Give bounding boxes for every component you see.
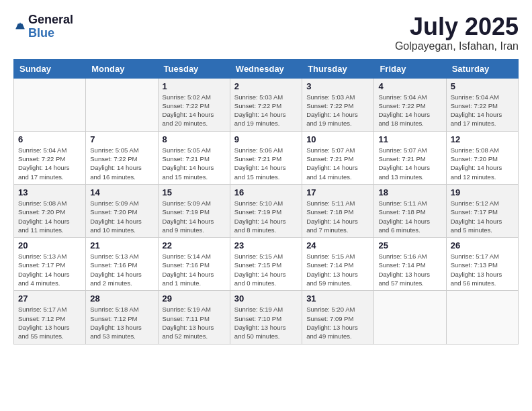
day-info: Sunrise: 5:15 AMSunset: 7:15 PMDaylight:…	[234, 252, 298, 287]
day-number: 27	[18, 293, 81, 304]
day-number: 24	[306, 240, 369, 250]
day-number: 26	[451, 240, 514, 250]
day-number: 29	[163, 293, 226, 304]
calendar-cell: 5Sunrise: 5:04 AMSunset: 7:22 PMDaylight…	[446, 78, 518, 131]
calendar-cell	[374, 291, 446, 344]
day-info: Sunrise: 5:04 AMSunset: 7:22 PMDaylight:…	[18, 146, 81, 181]
logo: General Blue	[13, 13, 73, 40]
calendar-table: SundayMondayTuesdayWednesdayThursdayFrid…	[13, 59, 519, 345]
calendar-cell: 2Sunrise: 5:03 AMSunset: 7:22 PMDaylight…	[230, 78, 302, 131]
day-number: 8	[163, 134, 226, 144]
calendar-cell: 11Sunrise: 5:07 AMSunset: 7:21 PMDayligh…	[374, 131, 446, 184]
calendar-cell: 14Sunrise: 5:09 AMSunset: 7:20 PMDayligh…	[86, 184, 158, 237]
day-info: Sunrise: 5:08 AMSunset: 7:20 PMDaylight:…	[451, 146, 514, 181]
calendar-cell: 22Sunrise: 5:14 AMSunset: 7:16 PMDayligh…	[158, 238, 230, 291]
calendar-cell: 27Sunrise: 5:17 AMSunset: 7:12 PMDayligh…	[14, 291, 86, 344]
calendar-cell: 25Sunrise: 5:16 AMSunset: 7:14 PMDayligh…	[374, 238, 446, 291]
calendar-header-row: SundayMondayTuesdayWednesdayThursdayFrid…	[14, 59, 519, 78]
day-number: 20	[18, 240, 81, 250]
day-info: Sunrise: 5:19 AMSunset: 7:10 PMDaylight:…	[234, 305, 298, 340]
day-info: Sunrise: 5:05 AMSunset: 7:22 PMDaylight:…	[90, 146, 153, 181]
weekday-header: Tuesday	[158, 59, 230, 78]
day-number: 23	[234, 240, 298, 250]
calendar-cell: 20Sunrise: 5:13 AMSunset: 7:17 PMDayligh…	[14, 238, 86, 291]
day-info: Sunrise: 5:09 AMSunset: 7:20 PMDaylight:…	[90, 199, 153, 234]
day-number: 14	[90, 187, 153, 197]
day-number: 1	[163, 81, 226, 91]
day-number: 28	[90, 293, 153, 304]
day-number: 7	[90, 134, 153, 144]
day-number: 11	[378, 134, 441, 144]
calendar-cell: 9Sunrise: 5:06 AMSunset: 7:21 PMDaylight…	[230, 131, 302, 184]
day-info: Sunrise: 5:12 AMSunset: 7:17 PMDaylight:…	[451, 199, 514, 234]
day-number: 9	[234, 134, 298, 144]
day-info: Sunrise: 5:13 AMSunset: 7:16 PMDaylight:…	[90, 252, 153, 287]
day-number: 21	[90, 240, 153, 250]
day-info: Sunrise: 5:11 AMSunset: 7:18 PMDaylight:…	[378, 199, 441, 234]
calendar-cell: 7Sunrise: 5:05 AMSunset: 7:22 PMDaylight…	[86, 131, 158, 184]
calendar-cell	[446, 291, 518, 344]
calendar-cell: 4Sunrise: 5:04 AMSunset: 7:22 PMDaylight…	[374, 78, 446, 131]
day-number: 18	[378, 187, 441, 197]
calendar-cell: 15Sunrise: 5:09 AMSunset: 7:19 PMDayligh…	[158, 184, 230, 237]
logo-general: General	[28, 13, 73, 27]
day-info: Sunrise: 5:16 AMSunset: 7:14 PMDaylight:…	[378, 252, 441, 287]
title-block: July 2025 Golpayegan, Isfahan, Iran	[395, 13, 519, 52]
day-number: 30	[234, 293, 298, 304]
calendar-cell	[86, 78, 158, 131]
day-info: Sunrise: 5:13 AMSunset: 7:17 PMDaylight:…	[18, 252, 81, 287]
day-info: Sunrise: 5:19 AMSunset: 7:11 PMDaylight:…	[163, 305, 226, 340]
day-info: Sunrise: 5:04 AMSunset: 7:22 PMDaylight:…	[451, 93, 514, 128]
page-header: General Blue July 2025 Golpayegan, Isfah…	[13, 13, 519, 52]
day-number: 6	[18, 134, 81, 144]
calendar-cell: 3Sunrise: 5:03 AMSunset: 7:22 PMDaylight…	[302, 78, 374, 131]
day-info: Sunrise: 5:09 AMSunset: 7:19 PMDaylight:…	[163, 199, 226, 234]
day-number: 13	[18, 187, 81, 197]
day-number: 15	[163, 187, 226, 197]
logo-icon	[13, 20, 27, 34]
day-info: Sunrise: 5:18 AMSunset: 7:12 PMDaylight:…	[90, 305, 153, 340]
calendar-cell: 24Sunrise: 5:15 AMSunset: 7:14 PMDayligh…	[302, 238, 374, 291]
calendar-cell: 31Sunrise: 5:20 AMSunset: 7:09 PMDayligh…	[302, 291, 374, 344]
calendar-cell: 18Sunrise: 5:11 AMSunset: 7:18 PMDayligh…	[374, 184, 446, 237]
day-number: 2	[234, 81, 298, 91]
weekday-header: Friday	[374, 59, 446, 78]
calendar-cell: 1Sunrise: 5:02 AMSunset: 7:22 PMDaylight…	[158, 78, 230, 131]
day-info: Sunrise: 5:20 AMSunset: 7:09 PMDaylight:…	[306, 305, 369, 340]
logo-text: General Blue	[28, 13, 73, 40]
calendar-week-row: 27Sunrise: 5:17 AMSunset: 7:12 PMDayligh…	[14, 291, 519, 344]
day-info: Sunrise: 5:08 AMSunset: 7:20 PMDaylight:…	[18, 199, 81, 234]
calendar-cell: 21Sunrise: 5:13 AMSunset: 7:16 PMDayligh…	[86, 238, 158, 291]
calendar-cell: 26Sunrise: 5:17 AMSunset: 7:13 PMDayligh…	[446, 238, 518, 291]
day-info: Sunrise: 5:02 AMSunset: 7:22 PMDaylight:…	[163, 93, 226, 128]
day-number: 22	[163, 240, 226, 250]
day-number: 25	[378, 240, 441, 250]
month-title: July 2025	[395, 13, 519, 40]
day-number: 3	[306, 81, 369, 91]
calendar-cell: 16Sunrise: 5:10 AMSunset: 7:19 PMDayligh…	[230, 184, 302, 237]
calendar-cell: 17Sunrise: 5:11 AMSunset: 7:18 PMDayligh…	[302, 184, 374, 237]
calendar-week-row: 13Sunrise: 5:08 AMSunset: 7:20 PMDayligh…	[14, 184, 519, 237]
day-info: Sunrise: 5:14 AMSunset: 7:16 PMDaylight:…	[163, 252, 226, 287]
calendar-week-row: 1Sunrise: 5:02 AMSunset: 7:22 PMDaylight…	[14, 78, 519, 131]
day-info: Sunrise: 5:07 AMSunset: 7:21 PMDaylight:…	[306, 146, 369, 181]
day-number: 17	[306, 187, 369, 197]
day-info: Sunrise: 5:05 AMSunset: 7:21 PMDaylight:…	[163, 146, 226, 181]
weekday-header: Wednesday	[230, 59, 302, 78]
calendar-cell: 10Sunrise: 5:07 AMSunset: 7:21 PMDayligh…	[302, 131, 374, 184]
calendar-cell: 8Sunrise: 5:05 AMSunset: 7:21 PMDaylight…	[158, 131, 230, 184]
calendar-cell: 28Sunrise: 5:18 AMSunset: 7:12 PMDayligh…	[86, 291, 158, 344]
calendar-cell: 23Sunrise: 5:15 AMSunset: 7:15 PMDayligh…	[230, 238, 302, 291]
day-info: Sunrise: 5:07 AMSunset: 7:21 PMDaylight:…	[378, 146, 441, 181]
day-number: 10	[306, 134, 369, 144]
location: Golpayegan, Isfahan, Iran	[395, 40, 519, 52]
day-info: Sunrise: 5:06 AMSunset: 7:21 PMDaylight:…	[234, 146, 298, 181]
weekday-header: Thursday	[302, 59, 374, 78]
day-info: Sunrise: 5:04 AMSunset: 7:22 PMDaylight:…	[378, 93, 441, 128]
calendar-week-row: 20Sunrise: 5:13 AMSunset: 7:17 PMDayligh…	[14, 238, 519, 291]
day-number: 4	[378, 81, 441, 91]
calendar-cell: 6Sunrise: 5:04 AMSunset: 7:22 PMDaylight…	[14, 131, 86, 184]
day-info: Sunrise: 5:03 AMSunset: 7:22 PMDaylight:…	[306, 93, 369, 128]
weekday-header: Saturday	[446, 59, 518, 78]
day-number: 12	[451, 134, 514, 144]
